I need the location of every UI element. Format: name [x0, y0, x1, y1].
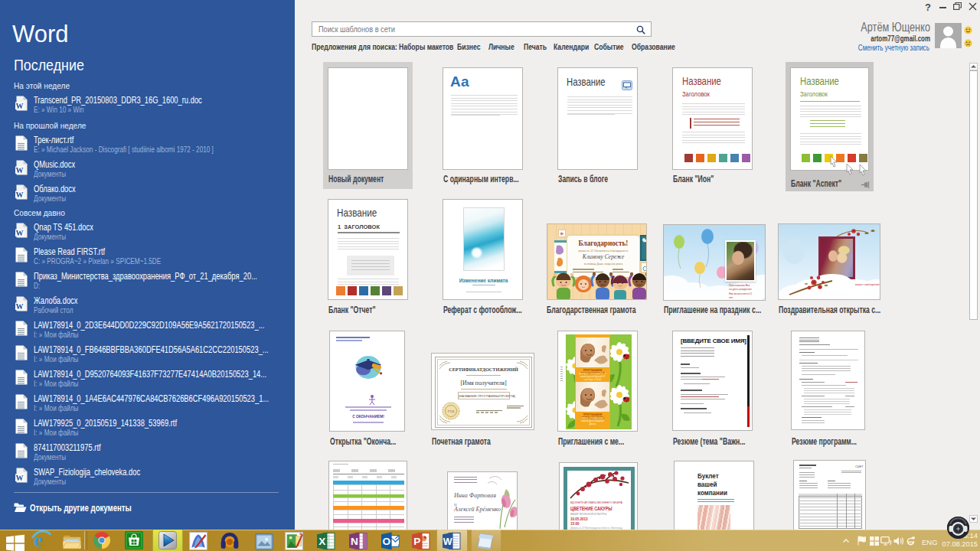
- svg-text:W: W: [16, 302, 24, 311]
- svg-text:W: W: [443, 536, 452, 547]
- svg-text:ГОД: ГОД: [448, 409, 455, 413]
- svg-text:W: W: [16, 229, 24, 237]
- svg-text:O: O: [383, 536, 391, 547]
- svg-text:W: W: [16, 166, 24, 174]
- svg-text:W: W: [16, 102, 24, 110]
- svg-text:X: X: [318, 536, 325, 547]
- svg-text:W: W: [16, 191, 24, 199]
- svg-text:W: W: [16, 474, 24, 482]
- svg-text:P: P: [413, 536, 420, 547]
- svg-text:N: N: [351, 536, 358, 547]
